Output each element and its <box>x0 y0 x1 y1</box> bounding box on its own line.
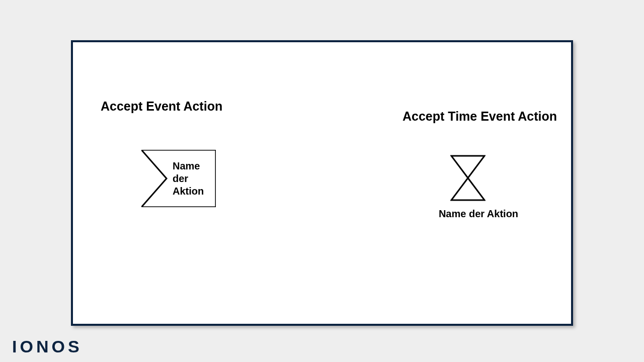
heading-accept-time-event-action: Accept Time Event Action <box>403 109 557 124</box>
diagram-panel: Accept Event Action Accept Time Event Ac… <box>71 40 573 326</box>
svg-marker-1 <box>451 156 485 178</box>
heading-accept-event-action: Accept Event Action <box>101 99 222 114</box>
event-label-line3: Aktion <box>173 186 204 197</box>
brand-logo: IONOS <box>12 337 83 356</box>
accept-event-action-label: Name der Aktion <box>173 160 213 198</box>
event-label-line2: der <box>173 173 188 184</box>
event-label-line1: Name <box>173 160 200 171</box>
hourglass-icon <box>450 155 486 201</box>
accept-time-event-action-symbol <box>450 155 486 203</box>
accept-time-event-action-label: Name der Aktion <box>428 208 529 220</box>
accept-event-action-symbol: Name der Aktion <box>141 150 216 207</box>
svg-marker-2 <box>451 178 485 200</box>
